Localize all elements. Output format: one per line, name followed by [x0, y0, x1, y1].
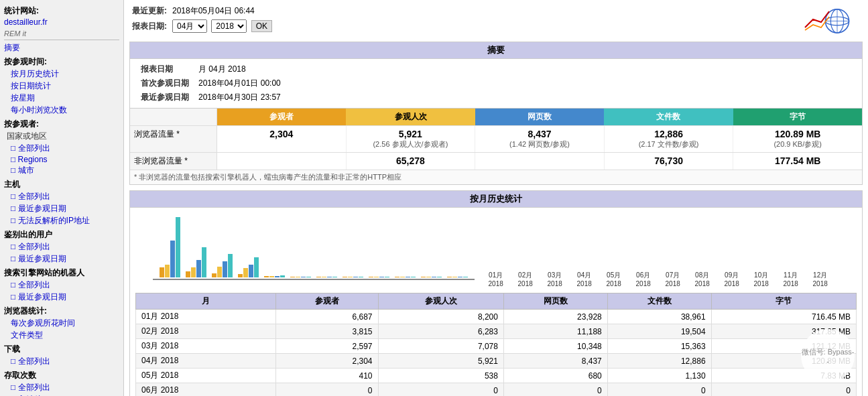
cities[interactable]: □ 城市 [11, 165, 119, 176]
nav-hourly[interactable]: 每小时浏览次数 [11, 105, 119, 116]
chart-bar [353, 277, 358, 277]
table-cell: 2,304 [275, 354, 378, 369]
nonbrowser-visitors-cell [217, 153, 347, 170]
file-type[interactable]: 文件类型 [11, 330, 119, 341]
chart-group-7 [316, 277, 337, 277]
chart-bar [400, 277, 405, 277]
nav-daily[interactable]: 按日期统计 [11, 80, 119, 92]
browser-bytes-cell: 120.89 MB (20.9 KB/参观) [733, 126, 862, 152]
table-row: 03月 20182,5977,07810,34815,363121.12 MB [136, 339, 857, 354]
last-update-value: 2018年05月04日 06:44 [170, 4, 275, 18]
chart-label-group: 06月2018 [631, 271, 656, 287]
chart-bar [217, 267, 222, 277]
robots-label: 搜索引擎网站的机器人 [4, 267, 119, 279]
chart-bar [395, 277, 399, 277]
summary-section: 摘要 报表日期 月 04月 2018 首次参观日期 2018年04月01日 00… [129, 42, 863, 185]
robots-all[interactable]: □ 全部列出 [11, 279, 119, 291]
site-label: 统计网站: [4, 5, 119, 17]
browser-visits: 5,921 [348, 129, 474, 139]
monthly-table-container: 月 参观者 参观人次 网页数 文件数 字节 01月 20186,6878,200… [130, 293, 862, 396]
chart-bar [170, 241, 175, 277]
report-date-meta-value: 月 04月 2018 [194, 63, 285, 76]
chart-bar [316, 277, 321, 277]
chart-bar [249, 265, 253, 277]
chart-group-3 [212, 254, 233, 277]
download-label: 下载 [4, 344, 119, 355]
chart-bar [243, 268, 248, 277]
chart-group-4 [238, 257, 259, 277]
identified-label: 鉴别出的用户 [4, 229, 119, 241]
table-cell: 8,200 [378, 310, 503, 324]
chart-bar [374, 277, 379, 277]
host-recent[interactable]: □ 最近参观日期 [11, 203, 119, 214]
table-cell: 680 [503, 369, 607, 383]
table-row: 01月 20186,6878,20023,92838,961716.45 MB [136, 310, 857, 324]
chart-bar [301, 277, 306, 277]
table-row: 06月 201800000 [136, 383, 857, 397]
chart-bar [421, 277, 426, 277]
id-all[interactable]: □ 全部列出 [11, 241, 119, 253]
table-cell: 120.89 MB [711, 354, 856, 369]
table-cell: 3,815 [275, 324, 378, 339]
table-cell: 15,363 [607, 339, 711, 354]
chart-bar [306, 277, 311, 277]
chart-label-group: 04月2018 [572, 271, 597, 287]
chart-group-8 [343, 277, 363, 277]
nonbrowser-bytes: 177.54 MB [735, 155, 861, 166]
month-select[interactable]: 04月 [172, 19, 207, 33]
nav-weekly[interactable]: 按星期 [11, 92, 119, 104]
table-cell: 23,928 [503, 310, 607, 324]
table-row: 05月 20184105386801,1307.83 MB [136, 369, 857, 383]
table-cell: 538 [378, 369, 503, 383]
table-cell: 05月 2018 [136, 369, 276, 383]
nav-monthly[interactable]: 按月历史统计 [11, 68, 119, 80]
table-cell: 11,188 [503, 324, 607, 339]
host-unresolved[interactable]: □ 无法反解析的IP地址 [11, 215, 119, 226]
chart-label-group: 08月2018 [690, 271, 715, 287]
table-cell: 0 [503, 383, 607, 397]
chart-label-group: 05月2018 [602, 271, 626, 287]
main-content: 最近更新: 2018年05月04日 06:44 报表日期: 04月 2018 O… [124, 0, 868, 396]
access-count-label: 存取次数 [4, 370, 119, 381]
table-cell: 0 [607, 383, 711, 397]
access-all[interactable]: □ 全部列出 [11, 382, 119, 393]
chart-bar [160, 267, 164, 277]
first-visit-label: 首次参观日期 [137, 77, 193, 90]
browser-row-label: 浏览器流量 * [130, 126, 217, 152]
visit-time[interactable]: 每次参观所花时间 [11, 318, 119, 329]
table-cell: 2,597 [275, 339, 378, 354]
nonbrowser-row-label: 非浏览器流量 * [130, 153, 217, 170]
chart-group-10 [395, 277, 416, 277]
chart-label-group: 10月2018 [749, 271, 773, 287]
table-cell: 1,130 [607, 369, 711, 383]
nonbrowser-pages-cell [475, 153, 605, 170]
chart-bar [463, 277, 468, 277]
site-url[interactable]: destailleur.fr [4, 17, 119, 27]
ok-button[interactable]: OK [251, 20, 272, 32]
country-all[interactable]: □ 全部列出 [11, 143, 119, 154]
host-all[interactable]: □ 全部列出 [11, 191, 119, 202]
year-select[interactable]: 2018 [211, 19, 247, 33]
robots-recent[interactable]: □ 最近参观日期 [11, 291, 119, 303]
stats-header-blank [130, 109, 217, 125]
browser-pages-cell: 8,437 (1.42 网页数/参观) [475, 126, 605, 152]
browser-pages-sub: (1.42 网页数/参观) [477, 139, 603, 149]
chart-label-group: 07月2018 [661, 271, 685, 287]
table-cell: 716.45 MB [711, 310, 856, 324]
chart-bar [379, 277, 384, 277]
id-recent[interactable]: □ 最近参观日期 [11, 253, 119, 265]
nonbrowser-bytes-cell: 177.54 MB [733, 153, 862, 170]
regions[interactable]: □ Regions [11, 155, 119, 164]
summary-link[interactable]: 摘要 [4, 42, 119, 54]
chart-bar [385, 277, 389, 277]
chart-group-5 [264, 275, 285, 277]
chart-group-6 [290, 277, 311, 277]
col-visits-header: 参观人次 [378, 293, 503, 310]
dl-all[interactable]: □ 全部列出 [11, 356, 119, 367]
chart-bar [332, 277, 337, 277]
table-cell: 38,961 [607, 310, 711, 324]
chart-bar [369, 277, 373, 277]
table-cell: 01月 2018 [136, 310, 276, 324]
chart-bar [458, 277, 462, 277]
chart-bar [327, 277, 332, 277]
